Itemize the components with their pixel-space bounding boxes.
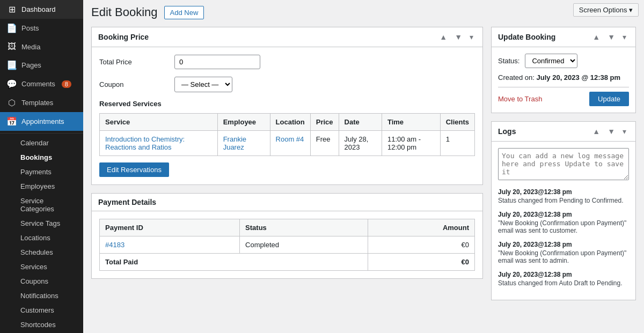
log-text: Status changed from Pending to Confirmed… bbox=[498, 197, 623, 204]
sidebar-item-service-categories[interactable]: Service Categories bbox=[0, 194, 83, 216]
location-cell-link[interactable]: Room #4 bbox=[276, 135, 304, 143]
booking-price-down-btn[interactable]: ▼ bbox=[452, 32, 465, 42]
log-text: "New Booking (Confirmation upon Payment)… bbox=[498, 249, 626, 264]
col-time: Time bbox=[382, 114, 440, 131]
sidebar: ⊞Dashboard📄Posts🖼Media📃Pages💬Comments8⬡T… bbox=[0, 0, 83, 333]
payment-header-row: Payment ID Status Amount bbox=[100, 219, 475, 236]
left-column: Booking Price ▲ ▼ ▾ Total Price Coupon bbox=[91, 27, 483, 308]
col-date: Date bbox=[339, 114, 382, 131]
log-entry: July 20, 2023@12:38 pmStatus changed fro… bbox=[498, 188, 629, 204]
employee-cell[interactable]: Frankie Juarez bbox=[217, 131, 270, 156]
total-price-label: Total Price bbox=[99, 58, 174, 66]
service-cell[interactable]: Introduction to Chemistry: Reactions and… bbox=[100, 131, 218, 156]
page-header: Edit Booking Add New bbox=[91, 5, 636, 19]
booking-price-up-btn[interactable]: ▲ bbox=[437, 32, 450, 42]
booking-price-title: Booking Price bbox=[98, 33, 149, 41]
logs-up-btn[interactable]: ▲ bbox=[590, 126, 603, 137]
update-booking-up-btn[interactable]: ▲ bbox=[590, 32, 603, 42]
payment-thead: Payment ID Status Amount bbox=[100, 219, 475, 236]
sidebar-label-posts: Posts bbox=[21, 24, 39, 32]
time-cell: 11:00 am - 12:00 pm bbox=[382, 131, 440, 156]
sidebar-item-templates[interactable]: ⬡Templates bbox=[0, 93, 83, 112]
add-new-button[interactable]: Add New bbox=[164, 6, 204, 19]
payment-id-link[interactable]: #4183 bbox=[105, 241, 125, 249]
log-time: July 20, 2023@12:38 pm bbox=[498, 241, 629, 248]
status-select[interactable]: Confirmed Pending Cancelled Rejected No-… bbox=[525, 54, 577, 68]
logs-down-btn[interactable]: ▼ bbox=[605, 126, 618, 137]
sidebar-item-comments[interactable]: 💬Comments8 bbox=[0, 75, 83, 93]
employee-cell-link[interactable]: Frankie Juarez bbox=[223, 135, 246, 151]
table-row: #4183Completed€0 bbox=[100, 236, 475, 254]
log-entry: July 20, 2023@12:38 pm"New Booking (Conf… bbox=[498, 241, 629, 264]
col-service: Service bbox=[100, 114, 218, 131]
coupon-row: Coupon — Select — bbox=[99, 77, 475, 92]
coupon-select[interactable]: — Select — bbox=[174, 77, 232, 92]
total-price-input[interactable] bbox=[174, 55, 260, 69]
payment-col-id: Payment ID bbox=[100, 219, 240, 236]
col-price: Price bbox=[310, 114, 339, 131]
sidebar-item-services[interactable]: Services bbox=[0, 260, 83, 274]
created-on: Created on: July 20, 2023 @ 12:38 pm bbox=[498, 73, 629, 82]
comments-icon: 💬 bbox=[6, 79, 17, 89]
payment-tbody: #4183Completed€0Total Paid€0 bbox=[100, 236, 475, 271]
logs-body: July 20, 2023@12:38 pmStatus changed fro… bbox=[492, 142, 635, 300]
coupon-label: Coupon bbox=[99, 80, 174, 88]
sidebar-item-dashboard[interactable]: ⊞Dashboard bbox=[0, 0, 83, 19]
booking-price-close-btn[interactable]: ▾ bbox=[467, 32, 476, 42]
sidebar-item-notifications[interactable]: Notifications bbox=[0, 288, 83, 303]
sidebar-item-service-tags[interactable]: Service Tags bbox=[0, 216, 83, 231]
sidebar-item-bookings[interactable]: Bookings bbox=[0, 150, 83, 165]
logs-controls: ▲ ▼ ▾ bbox=[590, 126, 629, 137]
sidebar-item-media[interactable]: 🖼Media bbox=[0, 38, 83, 56]
sidebar-item-coupons[interactable]: Coupons bbox=[0, 274, 83, 288]
service-cell-link[interactable]: Introduction to Chemistry: Reactions and… bbox=[105, 135, 185, 151]
sidebar-item-calendar[interactable]: Calendar bbox=[0, 136, 83, 150]
sidebar-item-pages[interactable]: 📃Pages bbox=[0, 56, 83, 75]
reserved-services-tbody: Introduction to Chemistry: Reactions and… bbox=[100, 131, 475, 156]
content-area: Booking Price ▲ ▼ ▾ Total Price Coupon bbox=[91, 27, 636, 308]
booking-price-controls: ▲ ▼ ▾ bbox=[437, 32, 476, 42]
payment-amount-cell: €0 bbox=[368, 236, 474, 254]
sidebar-item-posts[interactable]: 📄Posts bbox=[0, 19, 83, 38]
total-price-row: Total Price bbox=[99, 55, 475, 69]
log-textarea[interactable] bbox=[498, 148, 629, 180]
location-cell[interactable]: Room #4 bbox=[270, 131, 310, 156]
sidebar-item-locations[interactable]: Locations bbox=[0, 231, 83, 245]
payment-details-header: Payment Details bbox=[92, 194, 482, 211]
clients-cell: 1 bbox=[440, 131, 474, 156]
move-to-trash-link[interactable]: Move to Trash bbox=[498, 95, 542, 103]
update-booking-close-btn[interactable]: ▾ bbox=[620, 32, 629, 42]
reserved-services-table: Service Employee Location Price Date Tim… bbox=[99, 113, 475, 156]
sidebar-item-appointments[interactable]: 📅Appointments bbox=[0, 112, 83, 131]
sidebar-item-customers[interactable]: Customers bbox=[0, 303, 83, 317]
update-button[interactable]: Update bbox=[589, 92, 629, 106]
reserved-services-thead: Service Employee Location Price Date Tim… bbox=[100, 114, 475, 131]
update-booking-controls: ▲ ▼ ▾ bbox=[590, 32, 629, 42]
screen-options-button[interactable]: Screen Options ▾ bbox=[573, 3, 639, 17]
update-booking-down-btn[interactable]: ▼ bbox=[605, 32, 618, 42]
date-cell: July 28, 2023 bbox=[339, 131, 382, 156]
sidebar-item-employees[interactable]: Employees bbox=[0, 179, 83, 194]
comments-badge: 8 bbox=[62, 80, 71, 88]
templates-icon: ⬡ bbox=[6, 98, 17, 108]
update-booking-box: Update Booking ▲ ▼ ▾ Status: Confirmed P… bbox=[491, 27, 636, 113]
payment-total-row: Total Paid€0 bbox=[100, 254, 475, 271]
sidebar-item-payments[interactable]: Payments bbox=[0, 165, 83, 179]
sidebar-item-schedules[interactable]: Schedules bbox=[0, 245, 83, 260]
payment-id-cell[interactable]: #4183 bbox=[100, 236, 240, 254]
payment-details-box: Payment Details Payment ID Status Amount… bbox=[91, 193, 483, 279]
sidebar-item-shortcodes[interactable]: Shortcodes bbox=[0, 317, 83, 332]
status-row: Status: Confirmed Pending Cancelled Reje… bbox=[498, 54, 629, 68]
reserved-services-label: Reserved Services bbox=[99, 100, 475, 108]
sidebar-label-templates: Templates bbox=[21, 99, 53, 107]
log-time: July 20, 2023@12:38 pm bbox=[498, 188, 629, 196]
sidebar-label-media: Media bbox=[21, 43, 40, 51]
total-paid-label: Total Paid bbox=[100, 254, 368, 271]
logs-close-btn[interactable]: ▾ bbox=[620, 126, 629, 137]
update-booking-title: Update Booking bbox=[498, 33, 555, 41]
pages-icon: 📃 bbox=[6, 60, 17, 70]
reserved-services-header-row: Service Employee Location Price Date Tim… bbox=[100, 114, 475, 131]
log-text: "New Booking (Confirmation upon Payment)… bbox=[498, 219, 626, 234]
edit-reservations-button[interactable]: Edit Reservations bbox=[99, 162, 169, 177]
dashboard-icon: ⊞ bbox=[6, 4, 17, 14]
